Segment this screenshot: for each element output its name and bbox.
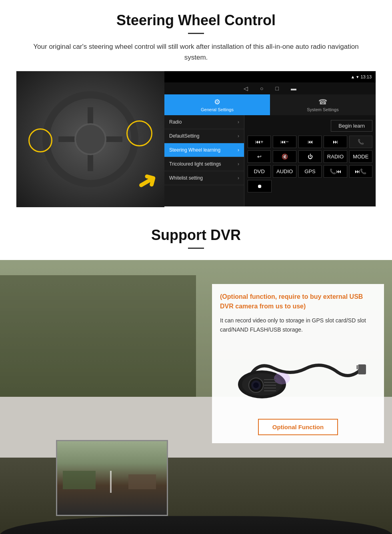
nav-menu-icon[interactable]: ▬ <box>291 85 296 92</box>
tab-system-settings[interactable]: ☎ System Settings <box>270 94 376 115</box>
general-settings-icon: ⚙ <box>214 98 220 106</box>
menu-tricoloured-chevron: › <box>238 161 239 167</box>
dvr-thumbnail <box>56 440 168 516</box>
yellow-circle-left <box>28 128 52 152</box>
steering-photo: ➜ <box>16 71 164 207</box>
menu-item-default-setting[interactable]: DefaultSetting › <box>164 129 244 143</box>
title-divider <box>188 33 204 34</box>
tab-general-settings[interactable]: ⚙ General Settings <box>164 94 270 115</box>
menu-list: Radio › DefaultSetting › Steering Wheel … <box>164 115 244 206</box>
dvr-title-area: Support DVR <box>0 215 392 260</box>
wifi-icon: ▾ <box>356 74 359 80</box>
svg-rect-1 <box>356 365 359 369</box>
ctrl-mute[interactable]: 🔇 <box>273 150 296 163</box>
menu-item-tricoloured[interactable]: Tricoloured light settings › <box>164 157 244 171</box>
thumb-road-line <box>110 471 112 493</box>
ctrl-gps[interactable]: GPS <box>298 165 322 178</box>
menu-steering-chevron: › <box>238 147 239 153</box>
ctrl-radio[interactable]: RADIO <box>324 150 347 163</box>
optional-function-button[interactable]: Optional Function <box>258 419 338 435</box>
dvr-image-area: (Optional function, require to buy exter… <box>0 260 392 534</box>
menu-tricoloured-label: Tricoloured light settings <box>169 161 221 167</box>
android-statusbar: ▲ ▾ 13:13 <box>164 71 376 82</box>
thumb-road-scene <box>57 441 167 515</box>
menu-radio-label: Radio <box>169 119 182 125</box>
dvr-description: It can record video only to storage in G… <box>220 316 376 334</box>
begin-learn-button[interactable]: Begin learn <box>331 120 372 132</box>
camera-svg <box>226 344 370 408</box>
menu-default-label: DefaultSetting <box>169 133 199 139</box>
ctrl-phone-prev[interactable]: 📞⏮ <box>324 165 347 178</box>
menu-item-whitelist[interactable]: Whitelist setting › <box>164 171 244 185</box>
steering-title: Steering Wheel Control <box>16 12 376 29</box>
begin-learn-row: Begin learn <box>248 118 372 133</box>
android-panel: ▲ ▾ 13:13 ◁ ○ □ ▬ ⚙ General Settings ☎ <box>164 71 376 206</box>
dvr-title-divider <box>188 248 204 249</box>
dvr-title: Support DVR <box>0 227 392 244</box>
android-tabs: ⚙ General Settings ☎ System Settings <box>164 94 376 115</box>
dvr-section: Support DVR (Optional function, require … <box>0 215 392 534</box>
statusbar-icons: ▲ ▾ 13:13 <box>351 74 372 80</box>
ctrl-dvd[interactable]: DVD <box>248 165 271 178</box>
menu-default-chevron: › <box>238 133 239 139</box>
yellow-circle-right <box>126 120 152 146</box>
ctrl-row-4: ⏺ <box>248 180 372 192</box>
status-time: 13:13 <box>360 74 372 79</box>
ctrl-record[interactable]: ⏺ <box>248 180 272 192</box>
system-settings-icon: ☎ <box>318 98 327 106</box>
steering-subtitle: Your original car's steering wheel contr… <box>24 41 368 63</box>
nav-home-icon[interactable]: ○ <box>260 85 263 92</box>
menu-whitelist-label: Whitelist setting <box>169 175 203 181</box>
steering-wheel-outer <box>42 91 138 187</box>
menu-item-radio[interactable]: Radio › <box>164 115 244 129</box>
dvr-optional-note: (Optional function, require to buy exter… <box>220 292 376 311</box>
ctrl-next-track[interactable]: ⏭ <box>324 136 347 148</box>
ctrl-power[interactable]: ⏻ <box>298 150 322 163</box>
ctrl-prev-track[interactable]: ⏮ <box>298 136 322 148</box>
yellow-arrow-icon: ➜ <box>131 164 162 199</box>
svg-point-6 <box>253 382 259 388</box>
controls-area: Begin learn ⏮+ ⏮− ⏮ ⏭ 📞 ↩ 🔇 ⏻ RADIO <box>244 115 376 206</box>
ctrl-phone[interactable]: 📞 <box>349 136 372 148</box>
menu-item-steering-learning[interactable]: Steering Wheel learning › <box>164 143 244 157</box>
nav-back-icon[interactable]: ◁ <box>244 85 248 92</box>
ctrl-row-1: ⏮+ ⏮− ⏮ ⏭ 📞 <box>248 136 372 148</box>
steering-content-area: ➜ ▲ ▾ 13:13 ◁ ○ □ ▬ ⚙ <box>16 71 376 207</box>
dvr-camera-illustration <box>220 340 376 412</box>
menu-radio-chevron: › <box>238 119 239 125</box>
svg-point-7 <box>274 372 290 384</box>
android-nav: ◁ ○ □ ▬ <box>164 82 376 94</box>
steering-wheel-inner <box>74 123 106 155</box>
ctrl-mode[interactable]: MODE <box>349 150 372 163</box>
ctrl-phone-next[interactable]: ⏭📞 <box>349 165 372 178</box>
ctrl-vol-down[interactable]: ⏮− <box>273 136 296 148</box>
tab-general-label: General Settings <box>201 107 234 112</box>
ctrl-row-2: ↩ 🔇 ⏻ RADIO MODE <box>248 150 372 163</box>
menu-whitelist-chevron: › <box>238 175 239 181</box>
menu-steering-label: Steering Wheel learning <box>169 147 220 153</box>
tab-system-label: System Settings <box>307 107 338 112</box>
nav-recent-icon[interactable]: □ <box>276 85 279 92</box>
ctrl-audio[interactable]: AUDIO <box>273 165 296 178</box>
ctrl-vol-up[interactable]: ⏮+ <box>248 136 271 148</box>
svg-rect-0 <box>358 364 366 374</box>
ctrl-back[interactable]: ↩ <box>248 150 271 163</box>
steering-photo-bg: ➜ <box>16 71 164 207</box>
dvr-info-card: (Optional function, require to buy exter… <box>212 284 384 443</box>
ctrl-row-3: DVD AUDIO GPS 📞⏮ ⏭📞 <box>248 165 372 178</box>
steering-section: Steering Wheel Control Your original car… <box>0 0 392 215</box>
android-main-content: Radio › DefaultSetting › Steering Wheel … <box>164 115 376 206</box>
signal-icon: ▲ <box>351 74 355 79</box>
